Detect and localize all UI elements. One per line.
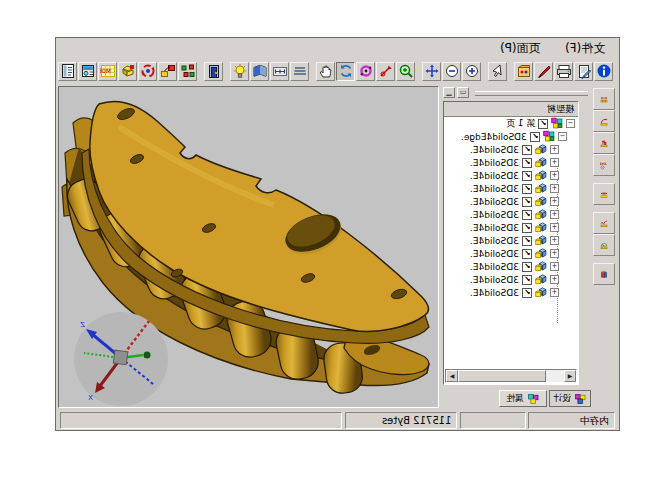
collapse-toggle[interactable]: − bbox=[566, 119, 575, 128]
visibility-checkbox[interactable]: ✔ bbox=[530, 132, 540, 142]
right-toolbar-button-rt-arc[interactable] bbox=[593, 110, 615, 132]
visibility-checkbox[interactable]: ✔ bbox=[538, 119, 548, 129]
color-cubes-icon bbox=[542, 130, 556, 143]
toolbar-button-tree-document[interactable] bbox=[58, 62, 77, 81]
visibility-checkbox[interactable]: ✔ bbox=[522, 171, 532, 181]
expand-toggle[interactable]: + bbox=[550, 184, 559, 193]
toolbar-button-regen-circle[interactable] bbox=[138, 62, 157, 81]
toolbar-button-frame-grid[interactable] bbox=[270, 62, 289, 81]
visibility-checkbox[interactable]: ✔ bbox=[522, 210, 532, 220]
toolbar-button-info[interactable] bbox=[594, 62, 613, 81]
toolbar-button-cube-yellow[interactable] bbox=[118, 62, 137, 81]
toolbar-button-book-blue[interactable] bbox=[250, 62, 269, 81]
right-toolbar-button-rt-gauge[interactable] bbox=[593, 234, 615, 256]
toolbar-separator bbox=[508, 61, 513, 81]
menu-item-menu-file[interactable]: 文件(F) bbox=[565, 40, 605, 57]
part-cube-icon bbox=[534, 182, 548, 195]
toolbar-button-m08-grid[interactable]: M08 bbox=[98, 62, 117, 81]
expand-toggle[interactable]: + bbox=[550, 197, 559, 206]
expand-toggle[interactable]: + bbox=[550, 262, 559, 271]
tree-row-icon-wrap bbox=[534, 234, 548, 247]
tree-row[interactable]: 3DSolid4E.✔+ bbox=[444, 169, 578, 182]
toolbar-button-exit-door[interactable] bbox=[204, 62, 223, 81]
part-cube-icon bbox=[534, 234, 548, 247]
visibility-checkbox[interactable]: ✔ bbox=[522, 158, 532, 168]
menu-item-menu-page[interactable]: 页面(P) bbox=[500, 40, 541, 57]
toolbar-button-zoom-flag[interactable] bbox=[376, 62, 395, 81]
expand-toggle[interactable]: + bbox=[550, 158, 559, 167]
expand-toggle[interactable]: + bbox=[550, 249, 559, 258]
toolbar-button-spin-ring[interactable] bbox=[356, 62, 375, 81]
visibility-checkbox[interactable]: ✔ bbox=[522, 223, 532, 233]
tree-row[interactable]: 3DSolid4E.✔+ bbox=[444, 273, 578, 286]
tree-row[interactable]: 3DSolid4E.✔+ bbox=[444, 208, 578, 221]
tree-row-icon-wrap bbox=[534, 182, 548, 195]
toolbar-button-zoom-out[interactable] bbox=[442, 62, 461, 81]
toolbar-button-rotate-view[interactable] bbox=[336, 62, 355, 81]
tree-row[interactable]: 3DSolid4E.✔+ bbox=[444, 286, 578, 299]
panel-gripper[interactable] bbox=[475, 91, 588, 96]
toolbar-button-printer[interactable] bbox=[554, 62, 573, 81]
doc-pen-icon bbox=[576, 63, 592, 79]
visibility-checkbox[interactable]: ✔ bbox=[522, 249, 532, 259]
expand-toggle[interactable]: + bbox=[550, 288, 559, 297]
tree-row[interactable]: 3DSolid4E.✔+ bbox=[444, 182, 578, 195]
scroll-track[interactable] bbox=[546, 370, 564, 382]
scroll-thumb[interactable] bbox=[458, 370, 546, 382]
tree-hscrollbar[interactable]: ◀ ▶ bbox=[445, 369, 577, 383]
visibility-checkbox[interactable]: ✔ bbox=[522, 288, 532, 298]
tree-row[interactable]: 第 1 页✔− bbox=[444, 117, 578, 130]
red-pen-icon bbox=[536, 63, 552, 79]
right-toolbar-button-rt-xyz[interactable]: XYZ bbox=[593, 154, 615, 176]
tree-tab-1[interactable]: 属性 bbox=[499, 390, 547, 407]
tree-row[interactable]: 3DSolid4E.✔+ bbox=[444, 195, 578, 208]
scroll-right-arrow[interactable]: ▶ bbox=[564, 370, 576, 382]
expand-toggle[interactable]: + bbox=[550, 210, 559, 219]
tree-row[interactable]: 3DSolid4E.✔+ bbox=[444, 143, 578, 156]
visibility-checkbox[interactable]: ✔ bbox=[522, 145, 532, 155]
rt-gauge-icon bbox=[600, 237, 608, 254]
tree-row[interactable]: 3DSolid4E.✔+ bbox=[444, 221, 578, 234]
tree-row[interactable]: 3DSolid4Edge.✔− bbox=[444, 130, 578, 143]
panel-collapse-button[interactable]: ▁ bbox=[443, 87, 455, 98]
expand-toggle[interactable]: + bbox=[550, 236, 559, 245]
tree-row[interactable]: 3DSolid4E.✔+ bbox=[444, 234, 578, 247]
panel-float-button[interactable]: ▭ bbox=[457, 87, 469, 98]
toolbar-button-move-4way[interactable] bbox=[422, 62, 441, 81]
toolbar-button-doc-pen[interactable] bbox=[574, 62, 593, 81]
visibility-checkbox[interactable]: ✔ bbox=[522, 262, 532, 272]
visibility-checkbox[interactable]: ✔ bbox=[522, 197, 532, 207]
toolbar-button-blocks-move[interactable] bbox=[158, 62, 177, 81]
visibility-checkbox[interactable]: ✔ bbox=[522, 275, 532, 285]
toolbar-button-stack-lines[interactable] bbox=[290, 62, 309, 81]
status-field-3 bbox=[460, 412, 526, 429]
tree-tab-2[interactable]: 设计 bbox=[549, 390, 591, 407]
toolbar-button-cursor-arrow[interactable] bbox=[488, 62, 507, 81]
viewport-3d[interactable]: Z X bbox=[58, 86, 439, 408]
toolbar-button-report-document[interactable] bbox=[78, 62, 97, 81]
expand-toggle[interactable]: + bbox=[550, 171, 559, 180]
right-toolbar-button-rt-curve[interactable] bbox=[593, 212, 615, 234]
scroll-left-arrow[interactable]: ◀ bbox=[446, 370, 458, 382]
tree-row[interactable]: 3DSolid4E.✔+ bbox=[444, 260, 578, 273]
expand-toggle[interactable]: + bbox=[550, 275, 559, 284]
tab-cube-b-icon bbox=[574, 393, 587, 405]
expand-toggle[interactable]: + bbox=[550, 223, 559, 232]
right-toolbar-button-rt-dim[interactable] bbox=[593, 88, 615, 110]
toolbar-button-red-pen[interactable] bbox=[534, 62, 553, 81]
toolbar-button-zoom-window[interactable] bbox=[396, 62, 415, 81]
tree-row[interactable]: 3DSolid4E.✔+ bbox=[444, 156, 578, 169]
toolbar-button-scatter-blocks[interactable] bbox=[178, 62, 197, 81]
right-toolbar-button-rt-dim2[interactable] bbox=[593, 183, 615, 205]
toolbar-button-lightbulb[interactable] bbox=[230, 62, 249, 81]
toolbar-button-zoom-in[interactable] bbox=[462, 62, 481, 81]
right-toolbar-button-rt-machine[interactable] bbox=[593, 132, 615, 154]
visibility-checkbox[interactable]: ✔ bbox=[522, 184, 532, 194]
collapse-toggle[interactable]: − bbox=[558, 132, 567, 141]
right-toolbar-button-rt-book[interactable] bbox=[593, 263, 615, 285]
toolbar-button-palette[interactable] bbox=[514, 62, 533, 81]
visibility-checkbox[interactable]: ✔ bbox=[522, 236, 532, 246]
tree-row[interactable]: 3DSolid4E.✔+ bbox=[444, 247, 578, 260]
expand-toggle[interactable]: + bbox=[550, 145, 559, 154]
toolbar-button-pan-hand[interactable] bbox=[316, 62, 335, 81]
